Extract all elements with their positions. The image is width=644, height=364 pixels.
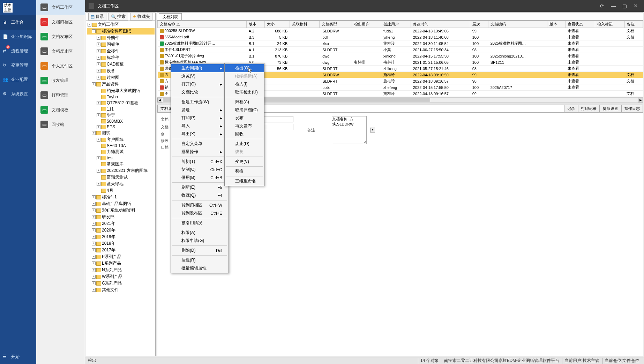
snav-item[interactable]: ▭个人文件区: [36, 59, 85, 73]
snav-item[interactable]: ▭回收站: [36, 117, 85, 132]
menu-item[interactable]: 打印(P)▶: [171, 114, 229, 122]
snav-item[interactable]: ▭文档发布区: [36, 29, 85, 44]
col-header[interactable]: 层次: [470, 21, 488, 28]
tree-node[interactable]: +2020年: [87, 227, 155, 234]
menu-item[interactable]: 批量操作▶: [171, 148, 229, 156]
expand-toggle[interactable]: +: [97, 101, 100, 105]
menu-item[interactable]: 打开(O)▶: [171, 80, 229, 88]
expand-toggle[interactable]: +: [92, 195, 96, 199]
table-row[interactable]: EV-01-01定子冲片.dwgB.1870 KB.dwgxinlong2022…: [158, 53, 643, 59]
menu-item[interactable]: 属性(R): [171, 256, 229, 264]
menu-item[interactable]: 被引用情况: [171, 219, 229, 227]
snav-item[interactable]: ▭文档废止区: [36, 44, 85, 59]
expand-toggle[interactable]: +: [92, 261, 96, 265]
menu-item[interactable]: 再次发布: [225, 122, 264, 130]
tab-favorites[interactable]: ★收藏夹: [130, 13, 152, 21]
expand-toggle[interactable]: +: [92, 208, 96, 212]
note-textarea[interactable]: [332, 116, 367, 144]
menu-item[interactable]: 转到归档区Ctrl+W: [171, 201, 229, 209]
menu-item[interactable]: 权限(A): [171, 229, 229, 237]
nav-gear[interactable]: ⚙系统设置: [0, 87, 36, 101]
col-header[interactable]: 检出用户: [352, 21, 381, 28]
menu-item[interactable]: 剪切(T)Ctrl+X: [171, 158, 229, 166]
expand-toggle[interactable]: +: [92, 242, 96, 245]
expand-toggle[interactable]: +: [97, 69, 100, 73]
tree-node[interactable]: +设备: [87, 68, 155, 74]
nav-monitor[interactable]: 🖥工作台: [0, 15, 36, 30]
expand-toggle[interactable]: -: [92, 29, 96, 33]
expand-toggle[interactable]: +: [97, 156, 100, 160]
menu-item[interactable]: 复制(C)Ctrl+C: [171, 166, 229, 174]
col-header[interactable]: 修改时间: [411, 21, 470, 28]
expand-toggle[interactable]: +: [97, 125, 100, 129]
tree-node[interactable]: +客户图纸: [87, 136, 155, 143]
expand-toggle[interactable]: +: [97, 76, 100, 79]
expand-toggle[interactable]: +: [92, 228, 96, 232]
col-header[interactable]: 文档编码: [488, 21, 547, 28]
tree-node[interactable]: +彩虹系统功能资料: [87, 207, 155, 214]
expand-toggle[interactable]: +: [92, 248, 96, 252]
tree-node[interactable]: +P系列产品: [87, 253, 155, 260]
tab-reminder[interactable]: 提醒设置: [600, 105, 621, 112]
tree-node[interactable]: +2019年: [87, 234, 155, 240]
tree-node[interactable]: +CAD模板: [87, 61, 155, 68]
menu-item[interactable]: 导出(X)▶: [171, 130, 229, 138]
col-header[interactable]: 版本: [247, 21, 265, 28]
menu-item[interactable]: 文档比较: [171, 88, 229, 96]
expand-toggle[interactable]: +: [92, 288, 96, 292]
snav-item[interactable]: ▭收发管理: [36, 73, 85, 88]
snav-item[interactable]: ▭打印管理: [36, 88, 85, 103]
tree-node[interactable]: +20220321 发来的图纸: [87, 167, 155, 174]
menu-item[interactable]: 取消归档(C): [225, 106, 264, 114]
tree-node[interactable]: +测试: [87, 130, 155, 136]
snav-item[interactable]: ▭文档工作区: [36, 0, 85, 15]
expand-toggle[interactable]: +: [92, 255, 96, 259]
tree-node[interactable]: +外购件: [87, 35, 155, 41]
expand-toggle[interactable]: +: [92, 235, 96, 239]
menu-item[interactable]: 创建工作流(W): [171, 98, 229, 106]
tree-node[interactable]: -标准物料库图纸: [87, 28, 155, 35]
menu-item[interactable]: 导入▶: [171, 122, 229, 130]
tree-node[interactable]: +金标件: [87, 48, 155, 54]
tree-node[interactable]: +季宁: [87, 112, 155, 119]
tree-node[interactable]: +国标件: [87, 41, 155, 48]
tree-node[interactable]: +G系列产品: [87, 280, 155, 287]
close-button[interactable]: ✕: [631, 3, 641, 9]
tree-node[interactable]: 力德测试: [87, 149, 155, 155]
tree-node[interactable]: +2017年: [87, 247, 155, 253]
tree-node[interactable]: +标准件: [87, 54, 155, 61]
menu-item[interactable]: 取消检出(U): [225, 88, 264, 96]
expand-toggle[interactable]: +: [92, 222, 96, 226]
tree-node[interactable]: 500MBX: [87, 119, 155, 124]
col-header[interactable]: 版本: [547, 21, 566, 28]
tree-node[interactable]: +N系列产品: [87, 267, 155, 273]
tree-node[interactable]: +产品资料: [87, 81, 155, 88]
nav-org[interactable]: 👥企业配置: [0, 73, 36, 87]
menu-item[interactable]: 转到发布区Ctrl+E: [171, 209, 229, 217]
menu-item[interactable]: 归档(A): [225, 98, 264, 106]
col-header[interactable]: 备注: [624, 21, 643, 28]
tab-catalog[interactable]: ▤目录: [88, 13, 106, 21]
snav-item[interactable]: ▭文档模板: [36, 103, 85, 117]
tree-node[interactable]: +test: [87, 155, 155, 161]
expand-toggle[interactable]: +: [92, 275, 96, 279]
tree-node[interactable]: Taybo: [87, 94, 155, 100]
tree-node[interactable]: 富瑞天测试: [87, 174, 155, 181]
menu-item[interactable]: 三维重命名: [225, 177, 264, 185]
tab-search[interactable]: 🔍搜索: [108, 13, 128, 21]
col-header[interactable]: 检入标记: [595, 21, 625, 28]
expand-toggle[interactable]: +: [92, 131, 96, 135]
refresh-icon[interactable]: ⟳: [597, 3, 607, 9]
scroll-left-arrow[interactable]: ◀: [157, 98, 162, 103]
nav-start[interactable]: ☰ 开始: [0, 350, 36, 364]
nav-change[interactable]: ↻变更管理: [0, 58, 36, 73]
menu-item[interactable]: 发送▶: [171, 106, 229, 114]
tree-node[interactable]: 常规图库: [87, 161, 155, 167]
menu-item[interactable]: 检入(I): [225, 80, 264, 88]
tree-node[interactable]: +蓝天绿地: [87, 181, 155, 187]
expand-toggle[interactable]: +: [97, 36, 100, 40]
col-header[interactable]: 文档名称 △: [158, 21, 247, 28]
tree-node[interactable]: +2018年: [87, 240, 155, 247]
table-row[interactable]: 2025标准物料库图纸设计开…B.124 KB.xlsx施桂玲2022-04-3…: [158, 40, 643, 47]
tree-node[interactable]: -文档工作区: [87, 21, 155, 28]
